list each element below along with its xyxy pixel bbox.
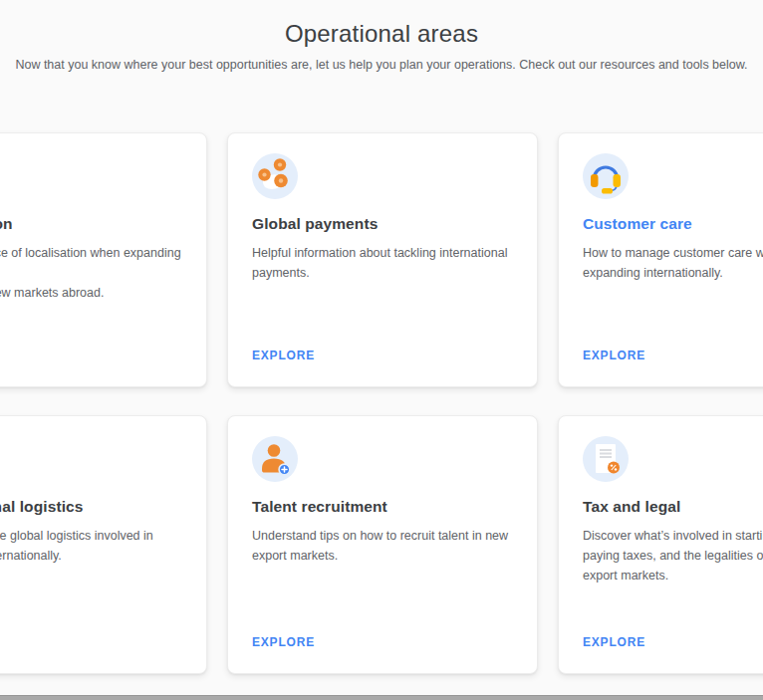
card-title: Tax and legal xyxy=(583,498,763,516)
explore-link[interactable]: EXPLORE xyxy=(583,635,645,649)
cards-grid: Localisation The importance of localisat… xyxy=(0,0,763,700)
explore-link[interactable]: EXPLORE xyxy=(252,635,315,649)
card-localisation[interactable]: Localisation The importance of localisat… xyxy=(0,132,207,387)
card-global-payments[interactable]: Global payments Helpful information abou… xyxy=(227,132,538,387)
card-customer-care[interactable]: Customer care How to manage customer car… xyxy=(558,132,763,387)
card-title: Global payments xyxy=(252,215,527,233)
card-talent-recruitment[interactable]: Talent recruitment Understand tips on ho… xyxy=(227,415,538,674)
document-badge-icon xyxy=(583,436,629,482)
card-tax-and-legal[interactable]: Tax and legal Discover what’s involved i… xyxy=(558,415,763,674)
card-description: Discover what’s involved in starting a b… xyxy=(583,526,763,585)
card-international-logistics[interactable]: International logistics Understand the g… xyxy=(0,415,207,674)
person-add-icon xyxy=(252,436,298,482)
headset-icon xyxy=(583,153,629,199)
card-title: Customer care xyxy=(583,215,763,233)
card-title: International logistics xyxy=(0,498,196,516)
card-title: Talent recruitment xyxy=(252,498,527,516)
card-description: Understand the global logistics involved… xyxy=(0,526,190,566)
explore-link[interactable]: EXPLORE xyxy=(583,349,645,362)
card-description: How to manage customer care when expandi… xyxy=(583,243,763,283)
card-title: Localisation xyxy=(0,215,196,233)
footer-edge-bar xyxy=(0,695,763,700)
card-description: Understand tips on how to recruit talent… xyxy=(252,526,521,566)
coins-icon xyxy=(252,153,298,199)
operational-areas-page: Operational areas Now that you know wher… xyxy=(0,0,763,700)
explore-link[interactable]: EXPLORE xyxy=(252,349,315,362)
card-description: Helpful information about tackling inter… xyxy=(252,243,521,283)
card-description: The importance of localisation when expa… xyxy=(0,243,190,303)
